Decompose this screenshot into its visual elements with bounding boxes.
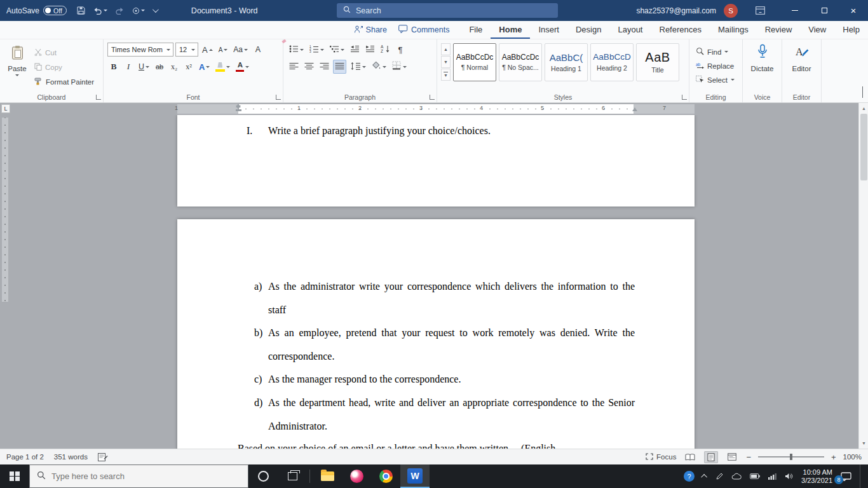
help-icon[interactable]: ? [684,471,695,482]
numbering-button[interactable]: 123 [308,43,326,57]
battery-icon[interactable] [750,473,760,479]
notification-icon[interactable]: 8 [841,472,851,481]
close-icon[interactable]: × [839,0,868,21]
zoom-out-icon[interactable]: − [746,452,751,462]
ribbon-tab[interactable]: References [651,21,710,39]
shrink-font-button[interactable]: A [217,43,230,57]
multilevel-list-button[interactable] [328,43,346,57]
comments-button[interactable]: Comments [398,25,449,35]
justify-button[interactable] [333,60,346,74]
ribbon-tab[interactable]: Mailings [710,21,757,39]
maximize-icon[interactable] [810,0,839,21]
left-indent-marker[interactable] [236,107,241,113]
ribbon-tab[interactable]: View [800,21,834,39]
superscript-button[interactable]: x² [182,60,195,74]
text-effects-button[interactable]: A [197,60,212,74]
document-page-2[interactable]: a) As the administrator write your corre… [177,219,695,449]
account-email[interactable]: shaz25379@gmail.com [636,6,716,15]
styles-dialog-launcher[interactable] [682,95,687,100]
ribbon-tab[interactable]: Insert [530,21,567,39]
ribbon-tab[interactable]: Layout [609,21,651,39]
page-indicator[interactable]: Page 1 of 2 [6,453,44,461]
underline-button[interactable]: U [137,60,151,74]
share-button[interactable]: Share [354,25,387,35]
italic-button[interactable]: I [122,60,135,74]
bold-button[interactable]: B [107,60,120,74]
save-icon[interactable] [77,6,85,15]
network-icon[interactable] [768,473,776,480]
style-card[interactable]: AaBbC( Heading 1 [545,43,588,81]
pen-icon[interactable] [715,473,723,480]
onedrive-icon[interactable] [731,473,742,480]
align-left-button[interactable] [287,60,301,74]
scroll-down-icon[interactable]: ▼ [859,438,868,448]
style-card[interactable]: AaB Title [636,43,679,81]
paste-button[interactable]: Paste [3,42,32,88]
style-card[interactable]: AaBbCcD Heading 2 [590,43,634,81]
pilcrow-button[interactable]: ¶ [394,43,407,57]
web-layout-icon[interactable] [725,451,739,463]
sort-button[interactable]: AZ [379,43,392,57]
cortana-icon[interactable] [248,464,278,488]
font-color-button[interactable]: A [234,60,251,74]
scroll-up-icon[interactable]: ▲ [859,104,868,113]
ribbon-tab[interactable]: Home [491,21,530,39]
undo-icon[interactable] [93,7,107,15]
pinned-app-icon[interactable] [342,464,371,488]
select-button[interactable]: Select [693,73,738,86]
zoom-slider-thumb[interactable] [790,454,792,460]
style-card[interactable]: AaBbCcDc ¶ No Spac... [499,43,542,81]
cut-button[interactable]: Cut [32,46,97,59]
print-layout-icon[interactable] [704,451,718,463]
paragraph-dialog-launcher[interactable] [430,95,435,100]
volume-icon[interactable] [785,473,793,480]
clipboard-dialog-launcher[interactable] [96,95,101,100]
qat-chevron-icon[interactable] [153,8,157,13]
style-card[interactable]: AaBbCcDc ¶ Normal [453,43,496,81]
copy-button[interactable]: Copy [32,61,97,74]
minimize-icon[interactable] [780,0,810,21]
show-desktop-button[interactable] [860,464,863,488]
highlight-button[interactable] [214,60,232,74]
font-size-select[interactable]: 12 [175,43,198,57]
right-indent-marker[interactable] [632,107,637,111]
shading-button[interactable] [370,60,388,74]
titlebar-search[interactable]: Search [337,3,558,18]
strikethrough-button[interactable]: ab [153,60,166,74]
styles-gallery-expand-icon[interactable]: ▼ [441,69,451,81]
format-painter-button[interactable]: Format Painter [32,76,97,88]
bullets-button[interactable] [287,43,306,57]
subscript-button[interactable]: x₂ [168,60,180,74]
proofing-icon[interactable] [98,453,108,461]
styles-scroll-up-icon[interactable]: ▲ [441,43,451,55]
dictate-button[interactable]: Dictate [743,39,782,72]
redo-icon[interactable] [115,7,125,15]
collapse-ribbon-icon[interactable] [862,87,863,98]
ribbon-tab[interactable]: Design [567,21,609,39]
zoom-level[interactable]: 100% [843,453,862,461]
document-page-1[interactable]: I. Write a brief paragraph justifying yo… [177,115,695,207]
chrome-icon[interactable] [371,464,400,488]
editor-button[interactable]: A Editor [782,39,821,72]
taskbar-clock[interactable]: 10:09 AM 3/23/2021 [801,468,832,485]
grow-font-button[interactable]: A [200,43,215,57]
document-area[interactable]: I. Write a brief paragraph justifying yo… [0,115,858,449]
change-case-button[interactable]: Aa [231,43,250,57]
find-button[interactable]: Find [693,45,738,58]
align-center-button[interactable] [302,60,316,74]
vertical-scrollbar[interactable]: ▲ ▼ [858,103,868,449]
line-spacing-button[interactable] [348,60,368,74]
ribbon-tab[interactable]: Review [757,21,801,39]
word-icon[interactable]: W [400,464,430,488]
task-view-icon[interactable] [278,464,307,488]
read-mode-icon[interactable] [683,451,697,463]
increase-indent-button[interactable] [363,43,377,57]
tab-selector[interactable]: L [1,104,10,113]
touch-mode-icon[interactable] [132,7,145,15]
font-dialog-launcher[interactable] [276,95,281,100]
zoom-slider[interactable] [758,456,824,458]
avatar[interactable]: S [724,4,738,18]
align-right-button[interactable] [318,60,331,74]
ribbon-tab[interactable]: Help [834,21,868,39]
clear-formatting-button[interactable]: A [252,43,264,57]
